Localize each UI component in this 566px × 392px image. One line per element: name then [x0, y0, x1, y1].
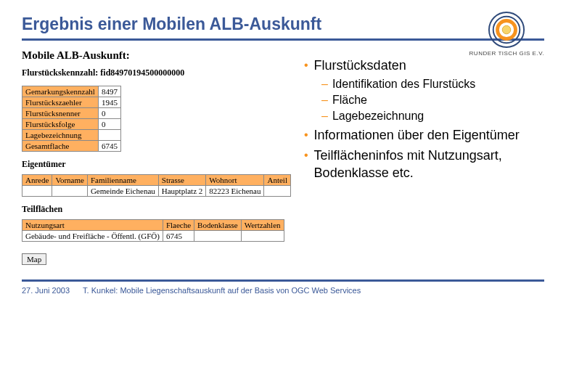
col-header: Flaeche — [163, 220, 194, 231]
bullet-icon: • — [304, 57, 308, 74]
row-value: 8497 — [98, 86, 120, 97]
kennzahl-value: fid84970194500000000 — [100, 68, 184, 78]
dash-icon: – — [321, 77, 328, 91]
footer-author: T. Kunkel: Mobile Liegenschaftsauskunft … — [83, 286, 361, 295]
bullet-text: Flurstücksdaten — [314, 57, 406, 74]
map-button[interactable]: Map — [22, 253, 46, 265]
logo: RUNDER TISCH GIS E.V. — [469, 11, 544, 57]
bullet-item: • Teilflächeninfos mit Nutzungsart, Bode… — [301, 147, 541, 181]
bullet-list: • Flurstücksdaten – Identifikation des F… — [301, 48, 544, 265]
cell — [194, 231, 242, 242]
header-divider — [22, 38, 544, 41]
cell: 82223 Eichenau — [206, 186, 264, 197]
kennzahl-line: Flurstückskennzahl: fid84970194500000000 — [22, 68, 290, 78]
parcel-table: Gemarkungskennzahl8497 Flurstückszaehler… — [22, 86, 121, 152]
col-header: Familienname — [87, 175, 158, 186]
org-name: RUNDER TISCH GIS E.V. — [469, 50, 544, 57]
row-value: 0 — [98, 108, 120, 119]
bullet-icon: • — [304, 126, 308, 144]
dash-icon: – — [321, 93, 328, 107]
cell — [241, 231, 284, 242]
col-header: Strasse — [158, 175, 206, 186]
row-label: Flurstückszaehler — [22, 97, 99, 108]
sub-text: Fläche — [332, 93, 367, 107]
col-header: Nutzungsart — [22, 220, 163, 231]
bullet-item: • Informationen über den Eigentümer — [301, 126, 541, 144]
panel-heading: Mobile ALB-Auskunft: — [22, 49, 290, 62]
row-label: Gesamtflache — [22, 141, 99, 152]
cell — [264, 186, 291, 197]
row-label: Gemarkungskennzahl — [22, 86, 99, 97]
concentric-circles-icon — [488, 11, 525, 49]
footer: 27. Juni 2003 T. Kunkel: Mobile Liegensc… — [22, 282, 544, 295]
bullet-item: • Flurstücksdaten — [301, 57, 541, 74]
col-header: Anrede — [22, 175, 52, 186]
row-value: 6745 — [98, 141, 120, 152]
sub-text: Identifikation des Flurstücks — [332, 77, 475, 91]
sub-item: – Identifikation des Flurstücks — [321, 77, 541, 91]
svg-point-3 — [503, 25, 512, 34]
row-label: Flurstücksfolge — [22, 119, 99, 130]
row-label: Flurstücksnenner — [22, 108, 99, 119]
sub-item: – Lagebezeichnung — [321, 109, 541, 123]
col-header: Anteil — [264, 175, 291, 186]
dash-icon: – — [321, 109, 328, 123]
page-title: Ergebnis einer Mobilen ALB-Auskunft — [22, 15, 544, 34]
col-header: Wohnort — [206, 175, 264, 186]
sub-item: – Fläche — [321, 93, 541, 107]
kennzahl-label: Flurstückskennzahl: — [22, 68, 98, 78]
bullet-text: Informationen über den Eigentümer — [314, 126, 520, 144]
areas-section-label: Teilflächen — [22, 204, 290, 215]
col-header: Bodenklasse — [194, 220, 242, 231]
cell: 6745 — [163, 231, 194, 242]
cell: Hauptplatz 2 — [158, 186, 206, 197]
owner-table: Anrede Vorname Familienname Strasse Wohn… — [22, 174, 291, 197]
col-header: Wertzahlen — [241, 220, 284, 231]
cell: Gemeinde Eichenau — [87, 186, 158, 197]
sub-text: Lagebezeichnung — [332, 109, 424, 123]
bullet-icon: • — [304, 147, 308, 164]
footer-date: 27. Juni 2003 — [22, 286, 70, 295]
result-panel: Mobile ALB-Auskunft: Flurstückskennzahl:… — [22, 48, 290, 265]
row-label: Lagebezeichnung — [22, 130, 99, 141]
cell — [52, 186, 88, 197]
row-value — [98, 130, 120, 141]
owner-section-label: Eigentümer — [22, 159, 290, 170]
col-header: Vorname — [52, 175, 88, 186]
bullet-text: Teilflächeninfos mit Nutzungsart, Bodenk… — [314, 147, 541, 181]
row-value: 0 — [98, 119, 120, 130]
cell — [22, 186, 52, 197]
row-value: 1945 — [98, 97, 120, 108]
cell: Gebäude- und Freifläche - Öffentl. (GFÖ) — [22, 231, 163, 242]
areas-table: Nutzungsart Flaeche Bodenklasse Wertzahl… — [22, 219, 284, 242]
